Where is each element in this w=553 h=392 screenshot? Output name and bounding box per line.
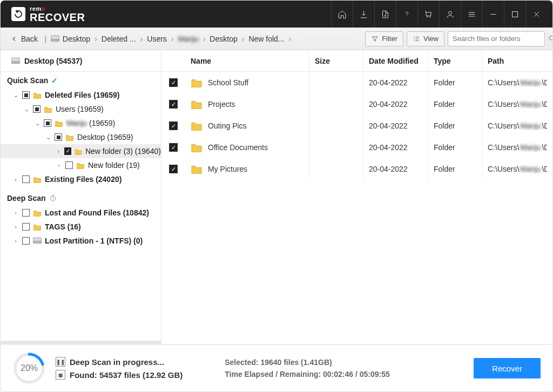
search-icon[interactable] <box>548 32 553 46</box>
file-type: Folder <box>434 143 455 152</box>
titlebar: remo RECOVER <box>1 1 552 28</box>
file-type: Folder <box>434 121 455 130</box>
progress-percent: 20% <box>12 352 46 385</box>
file-name: Office Documents <box>208 143 268 152</box>
row-checkbox[interactable] <box>169 143 178 152</box>
col-size[interactable]: Size <box>309 50 363 71</box>
file-date: 20-04-2022 <box>369 121 408 130</box>
svg-point-0 <box>449 11 452 14</box>
col-date[interactable]: Date Modified <box>363 50 428 71</box>
file-path: C:\Users\Manju\De <box>488 78 547 87</box>
search-box <box>448 31 545 46</box>
svg-point-4 <box>57 40 58 40</box>
recover-button[interactable]: Recover <box>474 358 541 379</box>
time-info: Time Elapsed / Remaining: 00:02:46 / 05:… <box>225 370 390 379</box>
svg-point-12 <box>39 242 40 242</box>
tree-manju[interactable]: ⌄ Manju (19659) <box>1 116 161 130</box>
menu-icon[interactable] <box>461 1 482 28</box>
breadcrumb-toolbar: Back | Desktop › Deleted ... › Users › M… <box>1 28 552 50</box>
crumb-desktop[interactable]: Desktop <box>210 35 237 43</box>
crumb-desktop-root[interactable]: Desktop <box>51 35 90 43</box>
tree-deleted-files[interactable]: ⌄ Deleted Files (19659) <box>1 88 161 102</box>
table-row[interactable]: Projects20-04-2022FolderC:\Users\Manju\D… <box>161 93 552 115</box>
file-path: C:\Users\Manju\De <box>488 165 547 173</box>
sidebar-header[interactable]: Desktop (54537) <box>1 50 161 72</box>
export-icon[interactable] <box>374 1 396 28</box>
download-icon[interactable] <box>353 1 374 28</box>
col-path[interactable]: Path <box>482 50 552 71</box>
user-icon[interactable] <box>439 1 461 28</box>
row-checkbox[interactable] <box>169 165 178 173</box>
svg-point-8 <box>18 62 18 63</box>
help-icon[interactable] <box>396 1 417 28</box>
checkmark-icon: ✓ <box>51 76 58 85</box>
table-row[interactable]: School Stuff20-04-2022FolderC:\Users\Man… <box>161 72 552 93</box>
file-name: Outing Pics <box>208 121 247 130</box>
row-checkbox[interactable] <box>169 121 178 130</box>
file-date: 20-04-2022 <box>369 143 408 152</box>
tree-existing-files[interactable]: › Existing Files (24020) <box>1 172 161 186</box>
minimize-icon[interactable] <box>482 1 504 28</box>
logo-mark-icon <box>11 7 25 21</box>
file-path: C:\Users\Manju\De <box>488 121 547 130</box>
clock-icon <box>49 194 57 202</box>
crumb-deleted[interactable]: Deleted ... <box>102 35 136 43</box>
search-input[interactable] <box>448 35 548 43</box>
row-checkbox[interactable] <box>169 78 178 87</box>
svg-point-5 <box>550 36 554 40</box>
table-row[interactable]: Office Documents20-04-2022FolderC:\Users… <box>161 137 552 158</box>
stop-button[interactable]: ◼ <box>56 370 65 380</box>
home-icon[interactable] <box>331 1 353 28</box>
tree-desktop[interactable]: ⌄ Desktop (19659) <box>1 130 161 144</box>
crumb-users[interactable]: Users <box>147 35 167 43</box>
tree-lost-partition[interactable]: › Lost Partition - 1 (NTFS) (0) <box>1 234 161 248</box>
tree-users[interactable]: ⌄ Users (19659) <box>1 102 161 116</box>
tree-tags[interactable]: › TAGS (16) <box>1 220 161 234</box>
pause-button[interactable]: ❚❚ <box>56 357 65 367</box>
deep-scan-status: Deep Scan in progress... <box>70 357 164 367</box>
table-row[interactable]: My Pictures20-04-2022FolderC:\Users\Manj… <box>161 158 552 180</box>
file-path: C:\Users\Manju\De <box>488 143 547 152</box>
maximize-icon[interactable] <box>504 1 525 28</box>
file-name: School Stuff <box>208 78 248 87</box>
selected-info: Selected: 19640 files (1.41GB) <box>225 358 390 367</box>
svg-rect-1 <box>512 11 518 17</box>
file-date: 20-04-2022 <box>369 165 408 173</box>
file-date: 20-04-2022 <box>369 100 408 109</box>
file-type: Folder <box>434 78 455 87</box>
col-name[interactable]: Name <box>185 50 309 71</box>
tree-lost-found[interactable]: › Lost and Found Files (10842) <box>1 206 161 220</box>
view-button[interactable]: View <box>407 31 444 46</box>
status-bar: 20% ❚❚ Deep Scan in progress... ◼ Found:… <box>1 344 552 391</box>
file-type: Folder <box>434 165 455 173</box>
sidebar: Desktop (54537) Quick Scan ✓ ⌄ Deleted F… <box>1 50 161 344</box>
filter-button[interactable]: Filter <box>365 31 403 46</box>
crumb-manju[interactable]: Manju <box>178 35 199 43</box>
table-row[interactable]: Outing Pics20-04-2022FolderC:\Users\Manj… <box>161 115 552 137</box>
file-name: My Pictures <box>208 165 247 173</box>
app-logo: remo RECOVER <box>11 6 85 23</box>
cart-icon[interactable] <box>417 1 439 28</box>
tree-newfolder-3[interactable]: › New folder (3) (19640) <box>1 144 161 158</box>
quick-scan-title: Quick Scan ✓ <box>1 72 161 87</box>
found-label: Found: 54537 files (12.92 GB) <box>70 370 183 380</box>
deep-scan-title: Deep Scan <box>1 190 161 205</box>
back-button[interactable]: Back <box>8 33 40 44</box>
file-path: C:\Users\Manju\De <box>488 100 547 109</box>
file-date: 20-04-2022 <box>369 78 408 87</box>
crumb-newfolder[interactable]: New fold... <box>248 35 284 43</box>
tree-newfolder-19[interactable]: › New folder (19) <box>1 158 161 172</box>
file-list-header: Name Size Date Modified Type Path <box>161 50 552 72</box>
file-list: Name Size Date Modified Type Path School… <box>161 50 552 344</box>
select-all-checkbox[interactable] <box>169 57 178 65</box>
row-checkbox[interactable] <box>169 100 178 109</box>
file-name: Projects <box>208 100 235 109</box>
col-type[interactable]: Type <box>428 50 482 71</box>
progress-ring: 20% <box>12 352 46 385</box>
file-type: Folder <box>434 100 455 109</box>
close-icon[interactable] <box>525 1 547 28</box>
